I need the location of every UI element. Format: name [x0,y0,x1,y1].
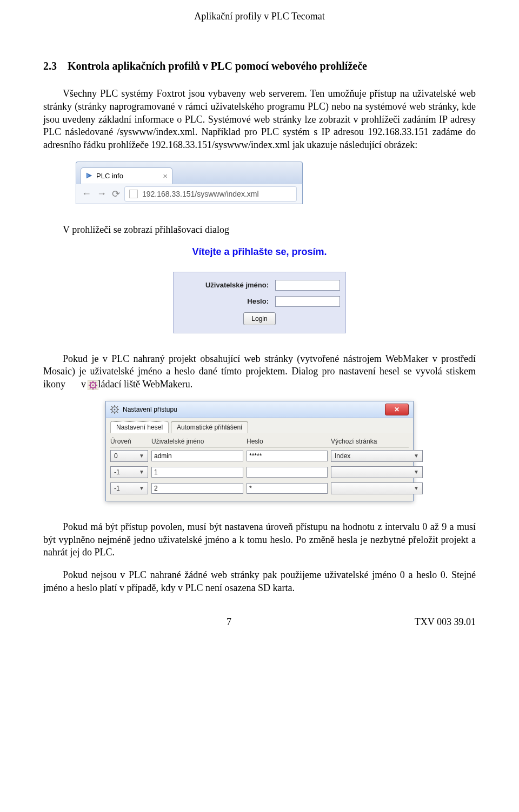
pass-field[interactable] [247,467,328,478]
login-dialog: Vítejte a přihlašte se, prosím. Uživatel… [146,246,373,333]
svg-line-20 [111,412,112,413]
login-button[interactable]: Login [243,312,276,325]
col-user: Uživatelské jméno [151,438,243,445]
close-icon[interactable]: × [163,171,168,180]
login-title: Vítejte a přihlašte se, prosím. [146,246,373,258]
svg-line-8 [95,387,96,388]
svg-line-19 [117,406,118,407]
password-label: Heslo: [182,297,275,305]
chevron-down-icon: ▼ [139,469,144,475]
section-number: 2.3 [43,60,57,72]
section-title: 2.3 Kontrola aplikačních profilů v PLC p… [43,60,476,72]
svg-line-7 [90,382,91,383]
user-field[interactable] [151,467,243,478]
svg-line-18 [117,412,118,413]
chevron-down-icon: ▼ [139,485,144,491]
chevron-down-icon: ▼ [414,469,419,475]
forward-icon[interactable]: → [97,188,107,200]
page-header: Aplikační profily v PLC Tecomat [43,11,476,22]
chevron-down-icon: ▼ [414,485,419,491]
svg-point-12 [114,408,116,410]
tab-title: PLC info [96,172,123,180]
table-row: -1▼ ▼ [110,480,409,496]
settings-dialog: Nastavení přístupu ✕ Nastavení hesel Aut… [105,401,414,501]
pass-field[interactable] [247,451,328,461]
col-page: Výchozí stránka [331,438,423,445]
pass-field[interactable] [247,483,328,494]
paragraph-3: Pokud je v PLC nahraný projekt obsahujíc… [43,353,476,391]
svg-line-10 [90,387,91,388]
svg-line-9 [95,382,96,383]
browser-screenshot: PLC info × ← → ⟳ 192.168.33.151/syswww/i… [76,162,303,204]
window-title: Nastavení přístupu [123,406,177,413]
doc-id: TXV 003 39.01 [415,616,476,628]
close-icon: ✕ [394,406,400,413]
gear-icon [68,380,79,390]
page-select[interactable]: ▼ [331,466,423,478]
col-pass: Heslo [247,438,328,445]
svg-line-17 [111,406,112,407]
close-button[interactable]: ✕ [385,404,409,415]
paragraph-1: Všechny PLC systémy Foxtrot jsou vybaven… [43,88,476,152]
page-select[interactable]: ▼ [331,482,423,494]
svg-point-2 [92,384,94,386]
username-field[interactable] [275,280,340,291]
paragraph-2: V prohlížeči se zobrazí přihlašovací dia… [43,224,476,237]
username-label: Uživatelské jméno: [182,281,275,289]
page-select[interactable]: Index▼ [331,450,423,462]
chevron-down-icon: ▼ [414,453,419,459]
user-field[interactable] [151,483,243,494]
chevron-down-icon: ▼ [139,453,144,459]
table-row: -1▼ ▼ [110,464,409,480]
page-number: 7 [227,616,231,628]
site-icon [129,190,138,198]
address-bar[interactable]: 192.168.33.151/syswww/index.xml [124,186,297,202]
reload-icon[interactable]: ⟳ [112,188,120,200]
paragraph-5: Pokud nejsou v PLC nahrané žádné web str… [43,569,476,595]
col-level: Úroveň [110,438,148,445]
paragraph-4: Pokud má být přístup povolen, musí být n… [43,521,476,559]
tab-passwords[interactable]: Nastavení hesel [110,421,169,433]
section-heading: Kontrola aplikačních profilů v PLC pomoc… [68,60,367,72]
url-text: 192.168.33.151/syswww/index.xml [142,190,259,198]
user-field[interactable] [151,451,243,461]
page-icon [85,172,93,179]
password-field[interactable] [275,296,340,307]
browser-tab[interactable]: PLC info × [81,167,172,184]
table-row: 0▼ Index▼ [110,448,409,464]
level-select[interactable]: 0▼ [110,450,148,462]
gear-icon [110,405,119,414]
back-icon[interactable]: ← [82,188,91,200]
tab-autologin[interactable]: Automatické přihlášení [171,421,248,433]
level-select[interactable]: -1▼ [110,466,148,478]
level-select[interactable]: -1▼ [110,482,148,494]
